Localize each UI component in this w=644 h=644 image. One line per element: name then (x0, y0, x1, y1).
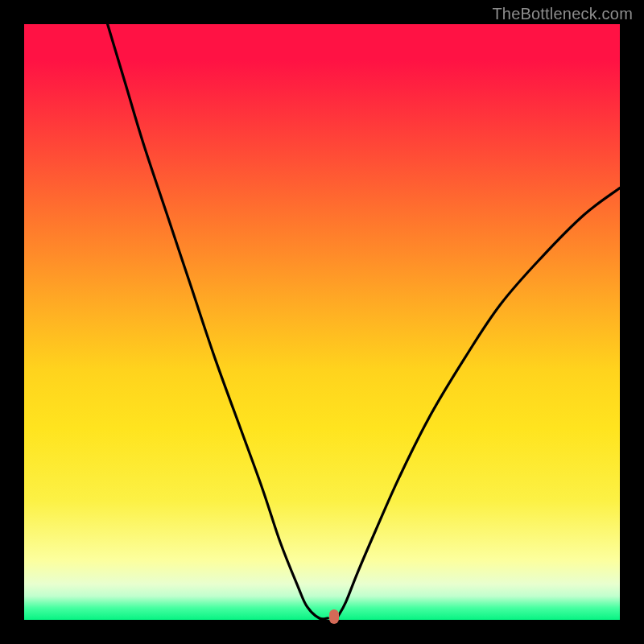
minimum-marker (329, 609, 339, 624)
chart-frame: TheBottleneck.com (0, 0, 644, 644)
watermark-text: TheBottleneck.com (492, 5, 633, 23)
curve-svg (24, 24, 620, 620)
curve-left (108, 24, 328, 619)
plot-area (24, 24, 620, 620)
curve-right (338, 188, 620, 617)
